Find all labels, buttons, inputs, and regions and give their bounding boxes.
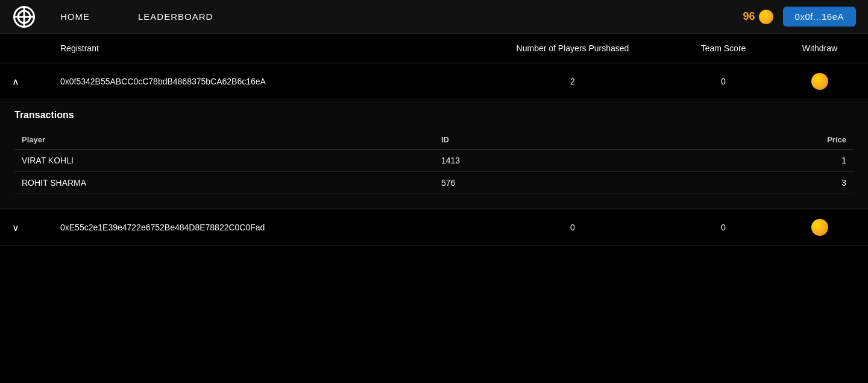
row-address: 0x0f5342B55ABCC0cC78bdB4868375bCA62B6c16… xyxy=(60,77,482,86)
withdraw-button[interactable] xyxy=(811,73,828,90)
txn-price-2: 3 xyxy=(686,172,854,194)
transactions-col-player: Player xyxy=(14,130,434,150)
transaction-row: ROHIT SHARMA 576 3 xyxy=(14,172,854,194)
txn-player-2: ROHIT SHARMA xyxy=(14,172,434,194)
col-withdraw-header: Withdraw xyxy=(784,43,856,53)
txn-player-1: VIRAT KOHLI xyxy=(14,150,434,172)
row-team-score: 0 xyxy=(663,223,784,232)
home-link[interactable]: HOME xyxy=(60,11,90,22)
transactions-table: Player ID Price VIRAT KOHLI 1413 1 ROHIT… xyxy=(14,130,854,194)
col-registrant-header: Registrant xyxy=(60,43,482,53)
navbar: HOME LEADERBOARD 96 0x0f...16eA xyxy=(0,0,868,34)
row-num-players: 0 xyxy=(482,223,663,232)
table-row[interactable]: ∨ 0xE55c2e1E39e4722e6752Be484D8E78822C0C… xyxy=(0,209,868,246)
transactions-col-id: ID xyxy=(434,130,686,150)
table-row[interactable]: ∧ 0x0f5342B55ABCC0cC78bdB4868375bCA62B6c… xyxy=(0,63,868,100)
coin-balance: 96 xyxy=(743,10,773,24)
table-header: Registrant Number of Players Purshased T… xyxy=(0,34,868,63)
wallet-button[interactable]: 0x0f...16eA xyxy=(783,7,856,27)
balance-value: 96 xyxy=(743,10,755,23)
txn-price-1: 1 xyxy=(686,150,854,172)
transactions-title: Transactions xyxy=(14,110,854,121)
col-score-header: Team Score xyxy=(663,43,784,53)
navbar-right: 96 0x0f...16eA xyxy=(743,7,856,27)
expand-icon[interactable]: ∧ xyxy=(12,76,60,87)
row-num-players: 2 xyxy=(482,77,663,86)
col-expand-header xyxy=(12,43,60,53)
transactions-section: Transactions Player ID Price VIRAT KOHLI… xyxy=(0,100,868,209)
row-address: 0xE55c2e1E39e4722e6752Be484D8E78822C0C0F… xyxy=(60,223,482,232)
txn-id-2: 576 xyxy=(434,172,686,194)
col-players-header: Number of Players Purshased xyxy=(482,43,663,53)
txn-id-1: 1413 xyxy=(434,150,686,172)
coin-icon xyxy=(759,10,773,24)
transaction-row: VIRAT KOHLI 1413 1 xyxy=(14,150,854,172)
navbar-links: HOME LEADERBOARD xyxy=(60,11,743,22)
leaderboard-table: Registrant Number of Players Purshased T… xyxy=(0,34,868,246)
app-logo[interactable] xyxy=(12,5,36,29)
row-withdraw xyxy=(784,73,856,90)
expand-icon[interactable]: ∨ xyxy=(12,222,60,233)
transactions-col-price: Price xyxy=(686,130,854,150)
leaderboard-link[interactable]: LEADERBOARD xyxy=(138,11,213,22)
row-withdraw xyxy=(784,219,856,236)
withdraw-button[interactable] xyxy=(811,219,828,236)
row-team-score: 0 xyxy=(663,77,784,86)
